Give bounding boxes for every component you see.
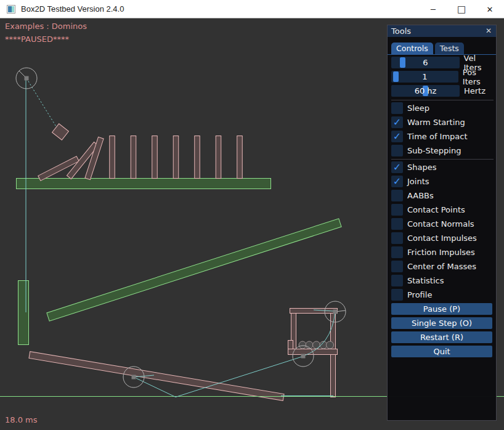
checkbox-center-of-masses[interactable] bbox=[391, 261, 403, 272]
checkbox-row-aabbs: AABBs bbox=[391, 190, 477, 201]
quit-button[interactable]: Quit bbox=[391, 346, 492, 357]
checkbox-statistics[interactable] bbox=[391, 275, 403, 286]
checkbox-warm-starting[interactable]: ✓ bbox=[391, 116, 403, 128]
slider-row-pos-iters: 1Pos Iters bbox=[391, 71, 496, 83]
pendulum-bob bbox=[52, 124, 69, 140]
slider-row-hertz: 60 hzHertz bbox=[391, 85, 496, 97]
checkbox-friction-impulses[interactable] bbox=[391, 246, 403, 258]
window-title: Box2D Testbed Version 2.4.0 bbox=[21, 4, 124, 14]
slider-group: 6Vel Iters1Pos Iters60 hzHertz bbox=[391, 57, 496, 97]
checkbox-label: Center of Masses bbox=[407, 262, 476, 271]
app-icon bbox=[7, 5, 15, 14]
restart-r-button[interactable]: Restart (R) bbox=[391, 331, 492, 343]
slider-label: Hertz bbox=[464, 86, 486, 95]
checkbox-label: Profile bbox=[407, 290, 432, 299]
platform bbox=[17, 179, 271, 189]
checkbox-row-warm-starting: ✓Warm Starting bbox=[391, 116, 468, 128]
fallen-dominos bbox=[38, 137, 104, 181]
checkbox-label: Contact Points bbox=[407, 205, 465, 214]
slider-value: 6 bbox=[391, 57, 460, 68]
checkbox-label: Contact Normals bbox=[407, 219, 474, 229]
checkbox-row-time-of-impact: ✓Time of Impact bbox=[391, 131, 468, 142]
window-controls: ─ □ ✕ bbox=[419, 0, 504, 18]
separator bbox=[391, 159, 494, 160]
checkbox-row-shapes: ✓Shapes bbox=[391, 161, 477, 173]
checkbox-label: Statistics bbox=[407, 276, 444, 285]
slider-vel-iters[interactable]: 6 bbox=[391, 57, 460, 68]
checkbox-sleep[interactable] bbox=[391, 102, 403, 114]
checkbox-row-profile: Profile bbox=[391, 289, 477, 301]
checkbox-label: Sub-Stepping bbox=[407, 146, 461, 155]
slider-hertz[interactable]: 60 hz bbox=[391, 85, 460, 97]
checkbox-profile[interactable] bbox=[391, 289, 403, 301]
checkbox-group-draw: ✓Shapes✓JointsAABBsContact PointsContact… bbox=[391, 161, 477, 301]
checkbox-label: Friction Impulses bbox=[407, 248, 475, 257]
slider-value: 60 hz bbox=[391, 85, 460, 97]
panel-close-icon[interactable]: ✕ bbox=[484, 26, 494, 36]
checkbox-label: Joints bbox=[407, 177, 429, 186]
tools-panel-titlebar[interactable]: Tools ✕ bbox=[388, 25, 496, 37]
vertical-plank bbox=[18, 281, 29, 345]
checkbox-row-contact-normals: Contact Normals bbox=[391, 218, 477, 230]
checkmark-icon: ✓ bbox=[391, 161, 403, 173]
slider-pos-iters[interactable]: 1 bbox=[391, 71, 458, 83]
minimize-icon[interactable]: ─ bbox=[419, 0, 447, 18]
cart-frame bbox=[288, 309, 338, 397]
checkbox-label: AABBs bbox=[407, 191, 434, 200]
checkbox-contact-impulses[interactable] bbox=[391, 232, 403, 244]
checkbox-row-friction-impulses: Friction Impulses bbox=[391, 246, 477, 258]
maximize-icon[interactable]: □ bbox=[447, 0, 476, 18]
checkbox-row-sleep: Sleep bbox=[391, 102, 468, 114]
single-step-o-button[interactable]: Single Step (O) bbox=[391, 317, 492, 329]
slider-row-vel-iters: 6Vel Iters bbox=[391, 57, 496, 68]
checkbox-label: Warm Starting bbox=[407, 118, 465, 127]
checkbox-group-solver: Sleep✓Warm Starting✓Time of ImpactSub-St… bbox=[391, 102, 468, 156]
checkbox-sub-stepping[interactable] bbox=[391, 145, 403, 156]
close-icon[interactable]: ✕ bbox=[476, 0, 504, 18]
cradle-balls bbox=[299, 341, 334, 349]
simulation-canvas: Examples : Dominos ****PAUSED**** 18.0 m… bbox=[0, 18, 504, 430]
checkbox-aabbs[interactable] bbox=[391, 190, 403, 201]
checkbox-joints[interactable]: ✓ bbox=[391, 176, 403, 187]
checkbox-shapes[interactable]: ✓ bbox=[391, 161, 403, 173]
checkbox-time-of-impact[interactable]: ✓ bbox=[391, 131, 403, 142]
checkbox-row-center-of-masses: Center of Masses bbox=[391, 261, 477, 272]
checkbox-label: Shapes bbox=[407, 163, 436, 172]
tools-panel-title: Tools bbox=[391, 26, 411, 36]
tab-tests[interactable]: Tests bbox=[435, 43, 464, 54]
seesaw-plank bbox=[29, 352, 284, 401]
checkmark-icon: ✓ bbox=[391, 116, 403, 128]
slider-value: 1 bbox=[391, 71, 458, 83]
checkmark-icon: ✓ bbox=[391, 131, 403, 142]
separator bbox=[391, 100, 494, 100]
tools-panel: Tools ✕ ControlsTests 6Vel Iters1Pos Ite… bbox=[387, 25, 497, 421]
checkbox-row-contact-impulses: Contact Impulses bbox=[391, 232, 477, 244]
checkmark-icon: ✓ bbox=[391, 176, 403, 187]
pendulum-anchor-circle bbox=[16, 68, 37, 89]
standing-dominos bbox=[110, 136, 243, 179]
checkbox-row-joints: ✓Joints bbox=[391, 176, 477, 187]
checkbox-contact-points[interactable] bbox=[391, 204, 403, 216]
panel-buttons: Pause (P)Single Step (O)Restart (R)Quit bbox=[391, 303, 492, 357]
tab-bar: ControlsTests bbox=[391, 43, 464, 54]
ramp-plank bbox=[47, 219, 341, 321]
tab-controls[interactable]: Controls bbox=[391, 43, 433, 54]
checkbox-row-sub-stepping: Sub-Stepping bbox=[391, 145, 468, 156]
checkbox-row-contact-points: Contact Points bbox=[391, 204, 477, 216]
paused-label: ****PAUSED**** bbox=[5, 34, 69, 44]
app-window: Box2D Testbed Version 2.4.0 ─ □ ✕ bbox=[0, 0, 504, 430]
slider-label: Pos Iters bbox=[463, 68, 496, 86]
checkbox-label: Sleep bbox=[407, 103, 429, 113]
checkbox-contact-normals[interactable] bbox=[391, 218, 403, 230]
frame-time-label: 18.0 ms bbox=[5, 415, 38, 424]
checkbox-label: Contact Impulses bbox=[407, 233, 477, 243]
window-titlebar: Box2D Testbed Version 2.4.0 ─ □ ✕ bbox=[0, 0, 504, 18]
example-label: Examples : Dominos bbox=[5, 22, 87, 31]
checkbox-row-statistics: Statistics bbox=[391, 275, 477, 286]
pause-p-button[interactable]: Pause (P) bbox=[391, 303, 492, 315]
checkbox-label: Time of Impact bbox=[407, 132, 468, 141]
